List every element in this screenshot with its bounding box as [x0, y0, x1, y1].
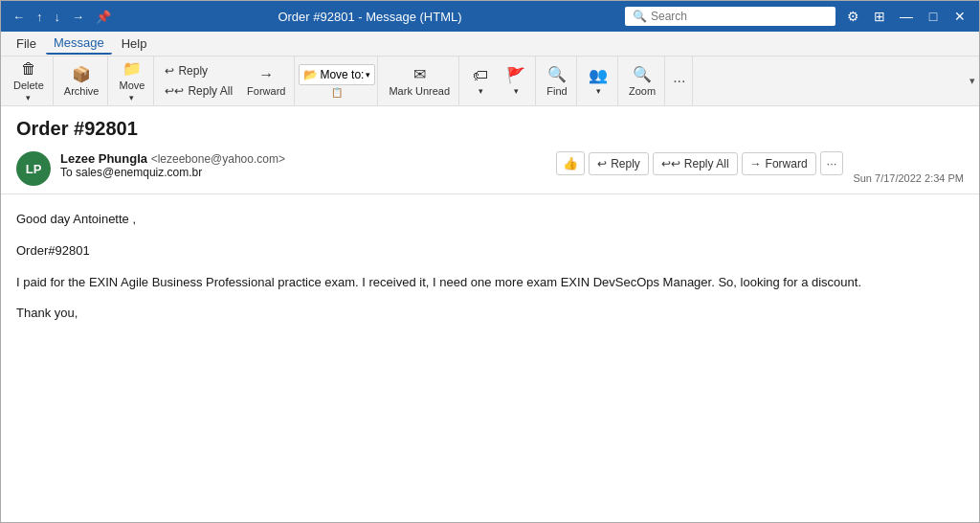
flag-button[interactable]: 🚩 ▾: [499, 60, 533, 102]
mark-unread-button[interactable]: ✉ Mark Unread: [382, 60, 457, 102]
people-button[interactable]: 👥 ▾: [581, 60, 615, 102]
like-button[interactable]: 👍: [556, 151, 585, 175]
find-icon: 🔍: [547, 65, 567, 83]
move-button[interactable]: 📁 Move ▾: [112, 60, 151, 102]
sender-to: To sales@enemquiz.com.br: [60, 166, 546, 179]
delete-label: Delete: [13, 80, 44, 91]
sender-avatar: LP: [16, 151, 51, 186]
zoom-label: Zoom: [629, 85, 656, 97]
nav-forward-button[interactable]: →: [68, 8, 88, 26]
email-subject: Order #92801: [16, 118, 964, 140]
ribbon-reply-group: ↩ Reply ↩↩ Reply All → Forward: [156, 57, 295, 105]
delete-dropdown-arrow: ▾: [26, 93, 31, 102]
reply-all-label: Reply All: [684, 157, 729, 171]
forward-arrow-icon: →: [750, 157, 762, 171]
unread-icon: ✉: [413, 65, 426, 83]
menu-help[interactable]: Help: [114, 34, 155, 54]
move-to-label: Move to:: [320, 68, 364, 81]
tags-dropdown: ▾: [479, 86, 483, 96]
zoom-button[interactable]: 🔍 Zoom: [622, 60, 662, 102]
forward-label: Forward: [247, 85, 285, 97]
email-message: I paid for the EXIN Agile Business Profe…: [16, 273, 964, 293]
menu-bar: File Message Help: [1, 32, 979, 57]
window-title: Order #92801 - Message (HTML): [278, 10, 461, 24]
ribbon-tags-group: 🏷 ▾ 🚩 ▾: [461, 57, 536, 105]
sender-info: Lezee Phungla <lezeebone@yahoo.com> To s…: [60, 151, 546, 179]
move-to-dropdown: ▾: [366, 70, 370, 80]
reply-all-icon: ↩↩: [165, 84, 184, 98]
ribbon-move-group: 📁 Move ▾: [110, 57, 154, 105]
sender-email: <lezeebone@yahoo.com>: [151, 152, 285, 166]
restore-button[interactable]: □: [922, 5, 945, 28]
sender-name: Lezee Phungla: [60, 151, 147, 166]
zoom-icon: 🔍: [633, 65, 652, 83]
menu-message[interactable]: Message: [46, 33, 112, 55]
email-order-ref: Order#92801: [16, 241, 964, 262]
ribbon-archive-group: 📦 Archive: [56, 57, 109, 105]
reply-all-label: Reply All: [188, 84, 233, 98]
nav-down-button[interactable]: ↓: [51, 8, 65, 26]
title-bar: ← ↑ ↓ → 📌 Order #92801 - Message (HTML) …: [1, 1, 979, 32]
flag-dropdown: ▾: [514, 86, 519, 96]
ribbon-unread-group: ✉ Mark Unread: [380, 57, 459, 105]
search-icon: 🔍: [633, 10, 647, 23]
move-label: Move: [119, 80, 145, 91]
ribbon-forward-button[interactable]: → Forward: [240, 60, 292, 102]
forward-button[interactable]: → Forward: [742, 152, 816, 175]
reply-label: Reply: [611, 157, 640, 171]
reply-all-arrow-icon: ↩↩: [661, 157, 680, 171]
ribbon-more-button[interactable]: ···: [669, 69, 689, 94]
tags-icon: 🏷: [473, 67, 488, 84]
forward-label: Forward: [766, 157, 808, 171]
archive-button[interactable]: 📦 Archive: [57, 60, 106, 102]
tags-button[interactable]: 🏷 ▾: [463, 60, 498, 102]
ribbon-moveto-group: 📂 Move to: ▾ 📋: [297, 57, 378, 105]
close-button[interactable]: ✕: [948, 5, 971, 28]
ribbon-reply-button[interactable]: ↩ Reply: [158, 61, 239, 80]
ribbon-more-group: ···: [667, 57, 692, 105]
people-icon: 👥: [589, 66, 608, 84]
reply-icon: ↩: [165, 64, 174, 78]
mark-unread-label: Mark Unread: [389, 85, 450, 97]
folder-icon: 📂: [303, 68, 318, 81]
email-greeting: Good day Antoinette ,: [16, 210, 964, 230]
title-bar-left: ← ↑ ↓ → 📌: [9, 8, 115, 26]
pin-button[interactable]: 📌: [92, 8, 115, 26]
ribbon-scroll-down[interactable]: ▾: [969, 75, 975, 87]
ribbon-people-group: 👥 ▾: [579, 57, 618, 105]
email-closing: Thank you,: [16, 304, 964, 324]
ribbon-delete-group: 🗑 Delete ▾: [5, 57, 54, 105]
minimize-button[interactable]: —: [895, 5, 918, 28]
search-box[interactable]: 🔍: [625, 7, 835, 26]
move-to-hint: 📋: [331, 87, 343, 98]
move-dropdown-arrow: ▾: [129, 93, 134, 102]
more-actions-button[interactable]: ···: [820, 151, 844, 175]
reply-button[interactable]: ↩ Reply: [589, 152, 649, 175]
reply-label: Reply: [178, 64, 208, 78]
reply-arrow-icon: ↩: [597, 157, 607, 171]
ribbon-zoom-group: 🔍 Zoom: [620, 57, 665, 105]
move-to-box[interactable]: 📂 Move to: ▾: [299, 64, 375, 85]
delete-icon: 🗑: [21, 60, 36, 78]
reply-all-button[interactable]: ↩↩ Reply All: [653, 152, 738, 175]
sender-row: LP Lezee Phungla <lezeebone@yahoo.com> T…: [16, 151, 964, 186]
flag-icon: 🚩: [506, 66, 525, 84]
delete-button[interactable]: 🗑 Delete ▾: [7, 60, 51, 102]
ribbon: 🗑 Delete ▾ 📦 Archive 📁 Move ▾ ↩: [1, 57, 979, 106]
grid-icon-button[interactable]: ⊞: [868, 5, 891, 28]
find-button[interactable]: 🔍 Find: [540, 60, 574, 102]
ribbon-find-group: 🔍 Find: [538, 57, 577, 105]
find-label: Find: [546, 85, 567, 97]
ribbon-reply-all-button[interactable]: ↩↩ Reply All: [158, 81, 239, 101]
email-body: Good day Antoinette , Order#92801 I paid…: [1, 194, 979, 351]
search-input[interactable]: [651, 10, 823, 23]
menu-file[interactable]: File: [9, 34, 44, 54]
reply-buttons: ↩ Reply ↩↩ Reply All: [158, 61, 239, 101]
settings-icon-button[interactable]: ⚙: [841, 5, 864, 28]
people-dropdown: ▾: [596, 86, 601, 96]
archive-label: Archive: [64, 85, 100, 97]
nav-up-button[interactable]: ↑: [33, 8, 47, 26]
nav-back-button[interactable]: ←: [9, 8, 29, 26]
email-datetime: Sun 7/17/2022 2:34 PM: [853, 172, 964, 184]
sender-name-line: Lezee Phungla <lezeebone@yahoo.com>: [60, 151, 546, 166]
